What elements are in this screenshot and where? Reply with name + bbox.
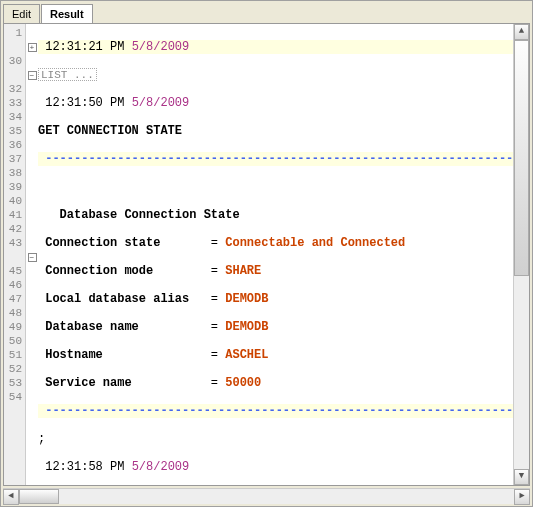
field-value: ASCHEL <box>225 348 268 362</box>
scroll-right-button[interactable]: ► <box>514 489 530 505</box>
line-number <box>4 250 25 264</box>
separator-line: ----------------------------------------… <box>38 152 513 166</box>
field-label: Connection mode <box>38 264 211 278</box>
line-number: 42 <box>4 222 25 236</box>
result-editor[interactable]: 12:31:21 PM 5/8/2009 LIST ... 12:31:50 P… <box>38 24 513 485</box>
field-value: Connectable and Connected <box>225 236 405 250</box>
line-number: 54 <box>4 390 25 404</box>
timestamp-date: 5/8/2009 <box>132 96 190 110</box>
field-value: DEMODB <box>225 320 268 334</box>
scroll-left-button[interactable]: ◄ <box>3 489 19 505</box>
line-number: 30 <box>4 54 25 68</box>
fold-collapse-icon[interactable]: − <box>28 253 37 262</box>
separator-line: ----------------------------------------… <box>38 404 513 418</box>
line-number: 39 <box>4 180 25 194</box>
collapsed-list-placeholder[interactable]: LIST ... <box>38 68 97 81</box>
results-window: Edit Result 1 30 32 33 34 35 36 37 38 39… <box>0 0 533 507</box>
field-label: Local database alias <box>38 292 211 306</box>
timestamp-time: 12:31:50 PM <box>45 96 124 110</box>
line-number: 51 <box>4 348 25 362</box>
timestamp-time: 12:31:21 PM <box>45 40 124 54</box>
field-label: Connection state <box>38 236 211 250</box>
line-number: 50 <box>4 334 25 348</box>
fold-collapse-icon[interactable]: − <box>28 71 37 80</box>
section-title: Database Connection State <box>38 208 513 222</box>
scroll-thumb[interactable] <box>19 489 59 504</box>
field-value: DEMODB <box>225 292 268 306</box>
scroll-up-button[interactable]: ▲ <box>514 24 529 40</box>
line-number: 47 <box>4 292 25 306</box>
fold-gutter: + − − <box>26 24 38 485</box>
line-number: 34 <box>4 110 25 124</box>
line-number: 46 <box>4 278 25 292</box>
command-text: GET CONNECTION STATE <box>38 124 182 138</box>
field-label: Hostname <box>38 348 211 362</box>
tab-edit[interactable]: Edit <box>3 4 40 24</box>
field-label: Service name <box>38 376 211 390</box>
content-frame: 1 30 32 33 34 35 36 37 38 39 40 41 42 43… <box>3 23 530 486</box>
line-number: 37 <box>4 152 25 166</box>
line-number: 35 <box>4 124 25 138</box>
line-number: 48 <box>4 306 25 320</box>
line-number: 43 <box>4 236 25 250</box>
scroll-track[interactable] <box>514 40 529 469</box>
line-number: 45 <box>4 264 25 278</box>
field-value: 50000 <box>225 376 261 390</box>
line-number: 38 <box>4 166 25 180</box>
line-number: 1 <box>4 26 25 40</box>
fold-expand-icon[interactable]: + <box>28 43 37 52</box>
line-number: 32 <box>4 82 25 96</box>
line-number <box>4 40 25 54</box>
line-number: 41 <box>4 208 25 222</box>
scroll-thumb[interactable] <box>514 40 529 276</box>
semicolon-line: ; <box>38 432 513 446</box>
field-value: SHARE <box>225 264 261 278</box>
timestamp-date: 5/8/2009 <box>132 40 190 54</box>
line-number-gutter: 1 30 32 33 34 35 36 37 38 39 40 41 42 43… <box>4 24 26 485</box>
timestamp-date: 5/8/2009 <box>132 460 190 474</box>
timestamp-time: 12:31:58 PM <box>45 460 124 474</box>
scroll-track[interactable] <box>19 489 514 504</box>
line-number: 52 <box>4 362 25 376</box>
tab-result[interactable]: Result <box>41 4 93 24</box>
line-number <box>4 68 25 82</box>
line-number: 49 <box>4 320 25 334</box>
field-label: Database name <box>38 320 211 334</box>
scroll-down-button[interactable]: ▼ <box>514 469 529 485</box>
tab-bar: Edit Result <box>1 1 532 23</box>
line-number: 33 <box>4 96 25 110</box>
line-number: 36 <box>4 138 25 152</box>
horizontal-scrollbar[interactable]: ◄ ► <box>3 488 530 504</box>
line-number: 40 <box>4 194 25 208</box>
vertical-scrollbar[interactable]: ▲ ▼ <box>513 24 529 485</box>
line-number: 53 <box>4 376 25 390</box>
